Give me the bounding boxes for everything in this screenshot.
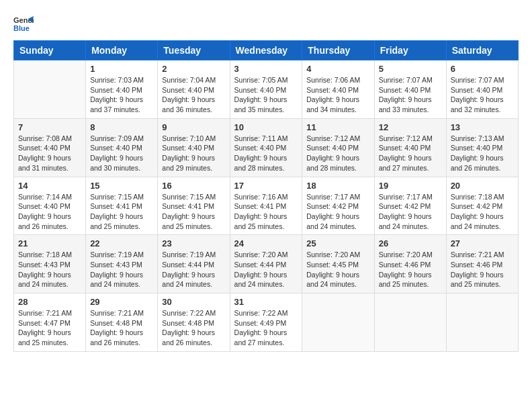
day-number: 2: [162, 64, 225, 74]
calendar-day-cell: [446, 293, 518, 352]
calendar-day-cell: 16Sunrise: 7:15 AMSunset: 4:41 PMDayligh…: [158, 177, 230, 235]
column-header-monday: Monday: [86, 41, 158, 60]
calendar-day-cell: 20Sunrise: 7:18 AMSunset: 4:42 PMDayligh…: [446, 177, 518, 235]
calendar-day-cell: 13Sunrise: 7:13 AMSunset: 4:40 PMDayligh…: [446, 118, 518, 177]
day-info: Sunrise: 7:08 AMSunset: 4:40 PMDaylight:…: [18, 134, 81, 173]
calendar-day-cell: 1Sunrise: 7:03 AMSunset: 4:40 PMDaylight…: [86, 60, 158, 119]
column-header-friday: Friday: [374, 41, 446, 60]
day-number: 29: [90, 297, 153, 307]
calendar-day-cell: [302, 293, 374, 352]
day-number: 21: [18, 238, 81, 248]
calendar-day-cell: 31Sunrise: 7:22 AMSunset: 4:49 PMDayligh…: [230, 293, 302, 352]
day-number: 19: [379, 181, 442, 191]
logo: General Blue: [13, 13, 36, 34]
day-info: Sunrise: 7:14 AMSunset: 4:40 PMDaylight:…: [18, 192, 81, 232]
day-number: 4: [306, 64, 369, 74]
calendar-day-cell: 25Sunrise: 7:20 AMSunset: 4:45 PMDayligh…: [302, 235, 374, 293]
column-header-sunday: Sunday: [14, 41, 86, 60]
calendar-day-cell: 11Sunrise: 7:12 AMSunset: 4:40 PMDayligh…: [302, 118, 374, 177]
day-info: Sunrise: 7:20 AMSunset: 4:44 PMDaylight:…: [234, 250, 298, 289]
day-number: 5: [379, 64, 442, 74]
day-info: Sunrise: 7:12 AMSunset: 4:40 PMDaylight:…: [379, 134, 442, 173]
page-header: General Blue: [13, 13, 519, 34]
day-number: 31: [234, 297, 298, 307]
column-header-tuesday: Tuesday: [158, 41, 230, 60]
calendar-week-row: 7Sunrise: 7:08 AMSunset: 4:40 PMDaylight…: [14, 118, 519, 177]
calendar-day-cell: [374, 293, 446, 352]
day-info: Sunrise: 7:21 AMSunset: 4:48 PMDaylight:…: [90, 308, 153, 348]
day-info: Sunrise: 7:21 AMSunset: 4:47 PMDaylight:…: [18, 308, 81, 348]
day-info: Sunrise: 7:09 AMSunset: 4:40 PMDaylight:…: [90, 134, 153, 173]
day-number: 22: [90, 238, 153, 248]
day-info: Sunrise: 7:20 AMSunset: 4:46 PMDaylight:…: [379, 250, 442, 289]
day-info: Sunrise: 7:20 AMSunset: 4:45 PMDaylight:…: [306, 250, 369, 289]
day-number: 30: [162, 297, 225, 307]
day-number: 25: [306, 238, 369, 248]
calendar-day-cell: 21Sunrise: 7:18 AMSunset: 4:43 PMDayligh…: [14, 235, 86, 293]
calendar-day-cell: 6Sunrise: 7:07 AMSunset: 4:40 PMDaylight…: [446, 60, 518, 119]
day-info: Sunrise: 7:06 AMSunset: 4:40 PMDaylight:…: [306, 75, 369, 115]
calendar-day-cell: 3Sunrise: 7:05 AMSunset: 4:40 PMDaylight…: [230, 60, 302, 119]
day-info: Sunrise: 7:03 AMSunset: 4:40 PMDaylight:…: [90, 75, 153, 115]
day-number: 1: [90, 64, 153, 74]
calendar-day-cell: 23Sunrise: 7:19 AMSunset: 4:44 PMDayligh…: [158, 235, 230, 293]
calendar-day-cell: 15Sunrise: 7:15 AMSunset: 4:41 PMDayligh…: [86, 177, 158, 235]
day-info: Sunrise: 7:10 AMSunset: 4:40 PMDaylight:…: [162, 134, 225, 173]
day-info: Sunrise: 7:18 AMSunset: 4:42 PMDaylight:…: [451, 192, 514, 232]
calendar-week-row: 28Sunrise: 7:21 AMSunset: 4:47 PMDayligh…: [14, 293, 519, 352]
day-number: 17: [234, 181, 298, 191]
day-info: Sunrise: 7:13 AMSunset: 4:40 PMDaylight:…: [451, 134, 514, 173]
column-header-saturday: Saturday: [446, 41, 518, 60]
day-number: 23: [162, 238, 225, 248]
calendar-day-cell: 19Sunrise: 7:17 AMSunset: 4:42 PMDayligh…: [374, 177, 446, 235]
day-info: Sunrise: 7:15 AMSunset: 4:41 PMDaylight:…: [162, 192, 225, 232]
day-info: Sunrise: 7:12 AMSunset: 4:40 PMDaylight:…: [306, 134, 369, 173]
calendar-day-cell: 29Sunrise: 7:21 AMSunset: 4:48 PMDayligh…: [86, 293, 158, 352]
calendar-day-cell: 8Sunrise: 7:09 AMSunset: 4:40 PMDaylight…: [86, 118, 158, 177]
day-number: 13: [451, 122, 514, 132]
day-info: Sunrise: 7:07 AMSunset: 4:40 PMDaylight:…: [379, 75, 442, 115]
calendar-table: SundayMondayTuesdayWednesdayThursdayFrid…: [13, 40, 519, 352]
calendar-day-cell: 22Sunrise: 7:19 AMSunset: 4:43 PMDayligh…: [86, 235, 158, 293]
svg-text:Blue: Blue: [13, 24, 30, 32]
calendar-day-cell: 2Sunrise: 7:04 AMSunset: 4:40 PMDaylight…: [158, 60, 230, 119]
calendar-header-row: SundayMondayTuesdayWednesdayThursdayFrid…: [14, 41, 519, 60]
calendar-day-cell: 28Sunrise: 7:21 AMSunset: 4:47 PMDayligh…: [14, 293, 86, 352]
day-info: Sunrise: 7:17 AMSunset: 4:42 PMDaylight:…: [379, 192, 442, 232]
day-number: 27: [451, 238, 514, 248]
day-info: Sunrise: 7:18 AMSunset: 4:43 PMDaylight:…: [18, 250, 81, 289]
day-info: Sunrise: 7:17 AMSunset: 4:42 PMDaylight:…: [306, 192, 369, 232]
day-info: Sunrise: 7:15 AMSunset: 4:41 PMDaylight:…: [90, 192, 153, 232]
day-number: 6: [451, 64, 514, 74]
day-number: 7: [18, 122, 81, 132]
day-number: 3: [234, 64, 298, 74]
column-header-thursday: Thursday: [302, 41, 374, 60]
day-info: Sunrise: 7:05 AMSunset: 4:40 PMDaylight:…: [234, 75, 298, 115]
day-number: 20: [451, 181, 514, 191]
day-info: Sunrise: 7:21 AMSunset: 4:46 PMDaylight:…: [451, 250, 514, 289]
calendar-day-cell: 30Sunrise: 7:22 AMSunset: 4:48 PMDayligh…: [158, 293, 230, 352]
calendar-day-cell: 7Sunrise: 7:08 AMSunset: 4:40 PMDaylight…: [14, 118, 86, 177]
day-number: 12: [379, 122, 442, 132]
day-number: 14: [18, 181, 81, 191]
calendar-day-cell: 12Sunrise: 7:12 AMSunset: 4:40 PMDayligh…: [374, 118, 446, 177]
calendar-day-cell: 4Sunrise: 7:06 AMSunset: 4:40 PMDaylight…: [302, 60, 374, 119]
calendar-day-cell: 27Sunrise: 7:21 AMSunset: 4:46 PMDayligh…: [446, 235, 518, 293]
day-number: 15: [90, 181, 153, 191]
day-number: 24: [234, 238, 298, 248]
day-info: Sunrise: 7:11 AMSunset: 4:40 PMDaylight:…: [234, 134, 298, 173]
day-number: 8: [90, 122, 153, 132]
day-info: Sunrise: 7:04 AMSunset: 4:40 PMDaylight:…: [162, 75, 225, 115]
calendar-week-row: 21Sunrise: 7:18 AMSunset: 4:43 PMDayligh…: [14, 235, 519, 293]
day-number: 18: [306, 181, 369, 191]
calendar-day-cell: 26Sunrise: 7:20 AMSunset: 4:46 PMDayligh…: [374, 235, 446, 293]
column-header-wednesday: Wednesday: [230, 41, 302, 60]
day-info: Sunrise: 7:22 AMSunset: 4:49 PMDaylight:…: [234, 308, 298, 348]
day-number: 11: [306, 122, 369, 132]
day-info: Sunrise: 7:07 AMSunset: 4:40 PMDaylight:…: [451, 75, 514, 115]
calendar-day-cell: [14, 60, 86, 119]
calendar-day-cell: 17Sunrise: 7:16 AMSunset: 4:41 PMDayligh…: [230, 177, 302, 235]
day-number: 16: [162, 181, 225, 191]
day-info: Sunrise: 7:19 AMSunset: 4:44 PMDaylight:…: [162, 250, 225, 289]
calendar-day-cell: 18Sunrise: 7:17 AMSunset: 4:42 PMDayligh…: [302, 177, 374, 235]
